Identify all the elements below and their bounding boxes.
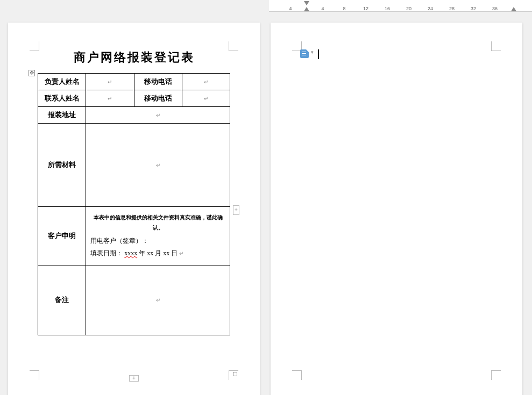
contact-name-value[interactable]: ↵ [86, 90, 134, 107]
ruler-tick: 8 [343, 6, 345, 11]
responsible-name-label[interactable]: 负责人姓名 [38, 74, 86, 90]
table-row: 报装地址 ↵ [38, 107, 230, 124]
paragraph-mark-icon: ↵ [204, 96, 208, 102]
materials-value[interactable]: ↵ [86, 124, 230, 207]
notes-value[interactable]: ↵ [86, 265, 230, 335]
notes-label[interactable]: 备注 [38, 265, 86, 335]
address-label[interactable]: 报装地址 [38, 107, 86, 124]
content-control-icon[interactable] [300, 49, 309, 58]
margin-corner-icon [292, 370, 302, 380]
declaration-date-prefix: 填表日期： [90, 249, 123, 257]
paragraph-mark-icon: ↵ [179, 250, 183, 256]
margin-corner-icon [229, 41, 238, 51]
margin-corner-icon [491, 41, 501, 51]
ruler-tick: 16 [385, 6, 390, 11]
table-row: 联系人姓名 ↵ 移动电话 ↵ [38, 90, 230, 107]
ruler-tick: 12 [363, 6, 368, 11]
table-anchor-icon[interactable]: ✥ [29, 70, 35, 76]
date-month-unit: 月 [155, 249, 161, 257]
registration-form-table[interactable]: 负责人姓名 ↵ 移动电话 ↵ 联系人姓名 ↵ 移动电话 ↵ 报装地址 ↵ 所需材… [38, 73, 230, 335]
declaration-notice: 本表中的信息和提供的相关文件资料真实准确，谨此确认。 [90, 212, 225, 233]
document-title[interactable]: 商户网络报装登记表 [38, 49, 230, 66]
ruler-tick: 32 [471, 6, 476, 11]
dropdown-arrow-icon[interactable]: ▾ [311, 49, 314, 55]
page-content-area[interactable]: ▾ [300, 49, 493, 59]
indent-marker-left-icon[interactable] [304, 6, 309, 11]
materials-label[interactable]: 所需材料 [38, 124, 86, 207]
document-page-1[interactable]: 商户网络报装登记表 ✥ 负责人姓名 ↵ 移动电话 ↵ 联系人姓名 ↵ 移动电话 … [8, 23, 260, 395]
ruler-tick: 4 [321, 6, 324, 11]
ruler-tick: 36 [492, 6, 498, 11]
margin-corner-icon [30, 41, 39, 51]
responsible-phone-value[interactable]: ↵ [182, 74, 230, 90]
add-row-button[interactable]: + [129, 375, 139, 382]
paragraph-mark-icon: ↵ [156, 162, 160, 168]
contact-phone-value[interactable]: ↵ [182, 90, 230, 107]
responsible-phone-label[interactable]: 移动电话 [134, 74, 182, 90]
paragraph-mark-icon: ↵ [108, 79, 112, 85]
responsible-name-value[interactable]: ↵ [86, 74, 134, 90]
add-column-button[interactable]: + [233, 205, 239, 215]
date-year-unit: 年 [139, 249, 145, 257]
ruler-tick: 20 [406, 6, 412, 11]
address-value[interactable]: ↵ [86, 107, 230, 124]
ruler-tick: 24 [428, 6, 433, 11]
paragraph-mark-icon: ↵ [108, 96, 112, 102]
table-resize-handle-icon[interactable] [233, 372, 237, 376]
declaration-label[interactable]: 客户申明 [38, 207, 86, 265]
table-row: 所需材料 ↵ [38, 124, 230, 207]
ruler-tick: 28 [449, 6, 455, 11]
date-day-unit: 日 [171, 249, 178, 257]
declaration-signature-line: 用电客户（签章）： [90, 237, 148, 245]
paragraph-mark-icon: ↵ [156, 297, 160, 303]
date-day-placeholder: xx [163, 249, 169, 257]
date-year-placeholder: xxxx [124, 249, 137, 257]
table-row: 备注 ↵ [38, 265, 230, 335]
declaration-content[interactable]: 本表中的信息和提供的相关文件资料真实准确，谨此确认。 用电客户（签章）： 填表日… [86, 207, 230, 265]
paragraph-mark-icon: ↵ [204, 79, 208, 85]
table-row: 负责人姓名 ↵ 移动电话 ↵ [38, 74, 230, 90]
horizontal-ruler: 4 4 8 12 16 20 24 28 32 36 44 [269, 0, 532, 12]
document-page-2[interactable]: ▾ [271, 23, 522, 395]
contact-phone-label[interactable]: 移动电话 [134, 90, 182, 107]
date-month-placeholder: xx [147, 249, 153, 257]
margin-corner-icon [491, 370, 501, 380]
indent-marker-right-icon[interactable] [511, 6, 516, 11]
margin-corner-icon [30, 370, 39, 380]
text-cursor-icon [318, 49, 319, 59]
table-row: 客户申明 本表中的信息和提供的相关文件资料真实准确，谨此确认。 用电客户（签章）… [38, 207, 230, 265]
ruler-tick: 4 [289, 6, 292, 11]
paragraph-mark-icon: ↵ [156, 112, 160, 118]
contact-name-label[interactable]: 联系人姓名 [38, 90, 86, 107]
document-workspace: 商户网络报装登记表 ✥ 负责人姓名 ↵ 移动电话 ↵ 联系人姓名 ↵ 移动电话 … [0, 12, 532, 395]
